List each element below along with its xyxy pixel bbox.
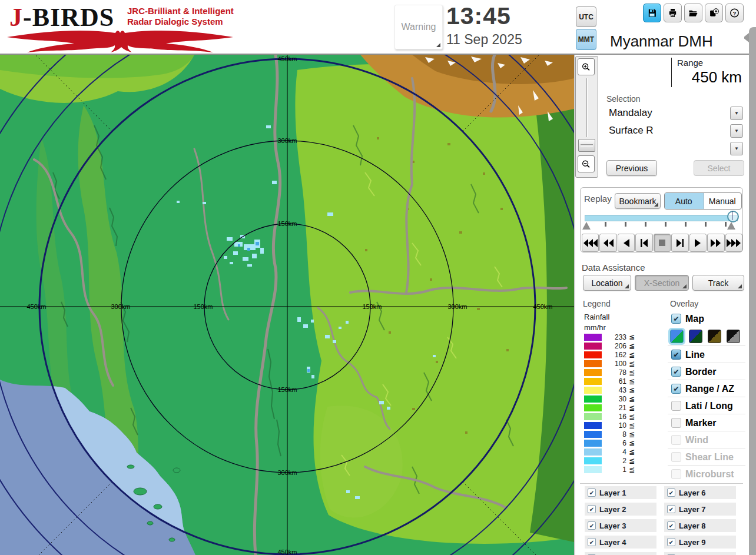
map-style-option-4[interactable] xyxy=(727,330,740,343)
legend-row: 8≦ xyxy=(584,430,655,439)
legend-row: 4≦ xyxy=(584,448,655,457)
selection-dropdown-extra[interactable]: ▼ xyxy=(605,140,744,156)
checkbox-disabled-icon xyxy=(671,452,681,462)
replay-slider-track[interactable] xyxy=(585,215,738,221)
dropdown-value: Surface R xyxy=(609,122,654,138)
legend-row: 6≦ xyxy=(584,439,655,448)
layer-toggle[interactable]: ✔Layer 5 xyxy=(585,552,656,555)
warning-button[interactable]: Warning xyxy=(394,5,443,49)
print-button[interactable] xyxy=(664,4,682,22)
skip-start-button[interactable] xyxy=(635,234,652,252)
layer-toggle[interactable]: ✔Layer 10 xyxy=(664,552,736,555)
legend-swatch xyxy=(584,360,602,367)
zoom-slider-handle[interactable] xyxy=(578,139,595,152)
overlay-item-border[interactable]: ✔ Border xyxy=(668,363,745,380)
legend-row: 206≦ xyxy=(584,342,655,351)
legend-row: 78≦ xyxy=(584,368,655,377)
layer-toggle[interactable]: ✔Layer 7 xyxy=(664,503,736,516)
map-style-option-1[interactable] xyxy=(670,330,684,343)
checkbox-checked-icon[interactable]: ✔ xyxy=(588,488,596,497)
selection-dropdown-product[interactable]: Surface R ▼ xyxy=(605,122,744,138)
replay-slider-thumb[interactable] xyxy=(727,211,739,222)
checkbox-unchecked-icon[interactable] xyxy=(671,418,681,428)
overlay-item-marker[interactable]: Marker xyxy=(668,414,745,431)
layer-toggle[interactable]: ✔Layer 6 xyxy=(664,486,736,499)
fast-rewind-button[interactable] xyxy=(582,234,599,252)
utc-button[interactable]: UTC xyxy=(576,6,596,27)
legend-swatch xyxy=(584,413,602,420)
ring-label: 150km xyxy=(277,386,297,393)
legend-swatch xyxy=(584,351,602,358)
checkbox-checked-icon[interactable]: ✔ xyxy=(667,538,675,546)
replay-range-end-marker[interactable] xyxy=(727,222,735,230)
overlay-item-line[interactable]: ✔ Line xyxy=(668,345,745,363)
sidebar-scrollbar[interactable] xyxy=(749,27,756,555)
manual-button[interactable]: Manual xyxy=(704,193,742,209)
overlay-item-range-az[interactable]: ✔ Range / AZ xyxy=(668,380,745,397)
rewind-icon xyxy=(604,239,614,247)
zoom-out-button[interactable] xyxy=(578,155,595,172)
svg-text:?: ? xyxy=(733,11,737,16)
ring-label: 300km xyxy=(277,469,297,476)
play-reverse-button[interactable] xyxy=(618,234,635,252)
open-folder-button[interactable] xyxy=(684,4,702,22)
export-image-button[interactable] xyxy=(705,4,723,22)
zoom-slider-track[interactable] xyxy=(586,78,588,137)
layer-toggle[interactable]: ✔Layer 2 xyxy=(585,503,656,516)
radar-map-canvas[interactable]: 450km 300km 150km 150km 300km 450km 450k… xyxy=(0,55,574,555)
selection-dropdown-site[interactable]: Mandalay ▼ xyxy=(605,105,744,121)
map-style-option-3[interactable] xyxy=(708,330,721,343)
help-button[interactable]: ? xyxy=(725,4,744,22)
select-button[interactable]: Select xyxy=(694,160,744,176)
chevron-down-icon[interactable]: ▼ xyxy=(730,142,743,155)
eagle-icon xyxy=(6,28,234,53)
checkbox-checked-icon[interactable]: ✔ xyxy=(667,521,675,530)
layer-toggle[interactable]: ✔Layer 4 xyxy=(585,536,656,549)
checkbox-checked-icon[interactable]: ✔ xyxy=(667,505,675,513)
checkbox-checked-icon[interactable]: ✔ xyxy=(588,521,596,530)
checkbox-checked-icon[interactable]: ✔ xyxy=(588,538,596,546)
checkbox-checked-icon[interactable]: ✔ xyxy=(671,350,681,360)
ring-label: 150km xyxy=(193,303,213,310)
layer-toggle[interactable]: ✔Layer 3 xyxy=(585,519,656,532)
ring-label: 150km xyxy=(277,220,297,227)
legend-row: 2≦ xyxy=(584,457,655,466)
mmt-button[interactable]: MMT xyxy=(576,29,596,50)
checkbox-unchecked-icon[interactable] xyxy=(671,401,681,411)
location-button[interactable]: Location xyxy=(583,275,631,291)
layer-toggle[interactable]: ✔Layer 8 xyxy=(664,519,736,532)
layer-toggle[interactable]: ✔Layer 1 xyxy=(585,486,656,499)
legend-swatch xyxy=(584,378,602,385)
legend-row: 10≦ xyxy=(584,421,655,430)
rewind-button[interactable] xyxy=(599,234,616,252)
track-button[interactable]: Track xyxy=(692,275,744,291)
layer-toggle[interactable]: ✔Layer 9 xyxy=(664,536,736,549)
skip-end-button[interactable] xyxy=(671,234,688,252)
auto-button[interactable]: Auto xyxy=(665,193,704,209)
play-button[interactable] xyxy=(689,234,707,252)
chevron-down-icon[interactable]: ▼ xyxy=(730,124,743,138)
zoom-in-button[interactable] xyxy=(578,58,595,75)
map-style-option-2[interactable] xyxy=(689,330,702,343)
checkbox-checked-icon[interactable]: ✔ xyxy=(671,384,681,394)
legend-row: 233≦ xyxy=(584,333,655,342)
stop-button[interactable] xyxy=(654,234,671,252)
replay-range-start-marker[interactable] xyxy=(582,222,591,230)
legend-swatch xyxy=(584,422,602,429)
checkbox-checked-icon[interactable]: ✔ xyxy=(671,314,681,324)
overlay-item-map[interactable]: ✔ Map xyxy=(668,310,745,327)
checkbox-checked-icon[interactable]: ✔ xyxy=(671,367,681,377)
ring-label: 300km xyxy=(277,137,297,144)
save-button[interactable] xyxy=(643,4,661,22)
checkbox-checked-icon[interactable]: ✔ xyxy=(667,488,675,497)
radar-map[interactable]: 450km 300km 150km 150km 300km 450km 450k… xyxy=(0,55,574,555)
skip-end-icon xyxy=(677,239,684,247)
fast-forward-button[interactable] xyxy=(725,234,742,252)
previous-button[interactable]: Previous xyxy=(606,160,657,176)
forward-button[interactable] xyxy=(707,234,724,252)
x-section-button[interactable]: X-Section xyxy=(635,275,689,291)
checkbox-checked-icon[interactable]: ✔ xyxy=(588,505,596,513)
overlay-item-lati-long[interactable]: Lati / Long xyxy=(668,397,745,414)
bookmark-button[interactable]: Bookmark xyxy=(615,193,661,209)
chevron-down-icon[interactable]: ▼ xyxy=(730,107,743,120)
